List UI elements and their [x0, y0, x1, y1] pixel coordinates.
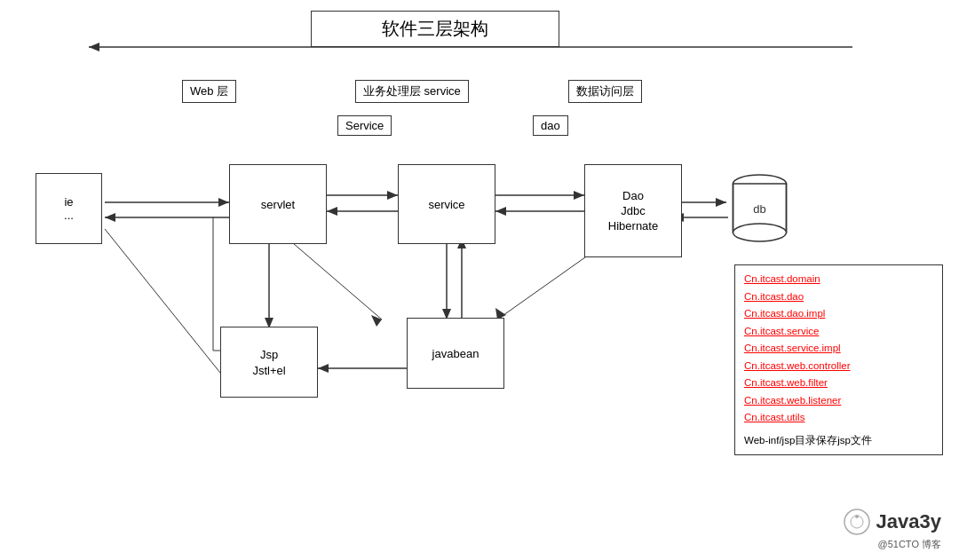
- dao-label-box: dao: [533, 115, 568, 136]
- svg-line-22: [287, 238, 382, 319]
- svg-marker-7: [574, 191, 584, 200]
- svg-point-37: [733, 224, 787, 241]
- svg-point-39: [844, 509, 869, 534]
- svg-marker-23: [371, 315, 382, 327]
- service-label-box: Service: [337, 115, 392, 136]
- business-layer-label: 业务处理层 service: [355, 80, 469, 103]
- servlet-box: servlet: [229, 164, 327, 244]
- svg-marker-17: [105, 213, 115, 222]
- svg-marker-13: [495, 207, 506, 216]
- ie-box: ie ...: [36, 173, 102, 244]
- watermark: Java3y @51CTO 博客: [843, 508, 941, 551]
- logo-icon: [843, 508, 871, 536]
- title-box: 软件三层架构: [311, 11, 559, 47]
- svg-marker-31: [318, 364, 329, 373]
- db-box: db: [726, 173, 793, 244]
- jsp-box: Jsp Jstl+el: [220, 327, 318, 398]
- svg-line-32: [105, 229, 220, 373]
- service-box: service: [398, 164, 495, 244]
- data-layer-label: 数据访问层: [568, 80, 642, 103]
- info-box: Cn.itcast.domain Cn.itcast.dao Cn.itcast…: [734, 264, 943, 455]
- svg-text:db: db: [753, 202, 765, 216]
- svg-marker-15: [327, 207, 337, 216]
- dao-box: Dao Jdbc Hibernate: [584, 164, 682, 257]
- javabean-box: javabean: [407, 318, 504, 389]
- svg-point-41: [855, 515, 859, 518]
- svg-marker-9: [716, 198, 726, 207]
- svg-marker-3: [218, 198, 229, 207]
- svg-marker-1: [89, 43, 99, 51]
- diagram: 软件三层架构 Web 层 业务处理层 service 数据访问层 Service…: [0, 0, 959, 560]
- svg-marker-5: [387, 191, 398, 200]
- web-layer-label: Web 层: [182, 80, 236, 103]
